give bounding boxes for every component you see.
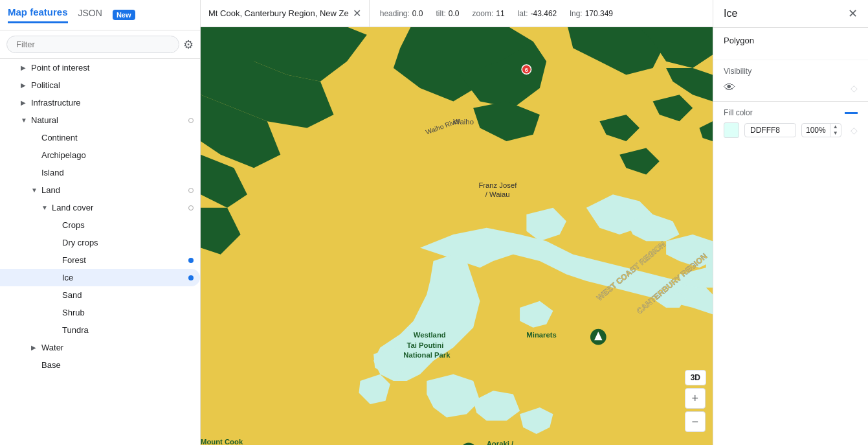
tree-item-label: Infrastructure	[31, 98, 194, 108]
svg-text:/ Waiau: / Waiau	[485, 190, 510, 198]
coord-tilt: tilt: 0.0	[436, 9, 460, 18]
tree-item-point-of-interest[interactable]: ▶ Point of interest	[0, 59, 200, 76]
status-dot	[188, 118, 194, 123]
coord-lng: lng: 170.349	[570, 9, 613, 18]
tree-item-infrastructure[interactable]: ▶ Infrastructure	[0, 94, 200, 111]
tree-item-label: Island	[41, 168, 194, 177]
svg-text:Westland: Westland	[414, 331, 446, 339]
left-panel: Map features JSON New ⚙ ▶ Point of inter…	[0, 0, 201, 445]
tree-item-land[interactable]: ▼ Land	[0, 181, 200, 199]
toggle-icon: ▶	[21, 64, 31, 71]
status-dot	[188, 258, 194, 263]
tree-item-tundra[interactable]: Tundra	[0, 321, 200, 339]
lng-value: 170.349	[585, 9, 613, 18]
location-tab[interactable]: Mt Cook, Canterbury Region, New Ze ✕	[201, 0, 370, 27]
filter-input[interactable]	[6, 36, 179, 53]
zoom-in-button[interactable]: +	[685, 388, 706, 409]
svg-text:Minarets: Minarets	[526, 331, 556, 339]
location-close-button[interactable]: ✕	[353, 7, 361, 19]
fill-color-section: Fill color 100% ▲ ▼ ◇	[713, 102, 868, 144]
tree-container: ▶ Point of interest ▶ Political ▶ Infras…	[0, 59, 200, 445]
tree-item-label: Forest	[62, 255, 188, 265]
tree-item-sand[interactable]: Sand	[0, 286, 200, 304]
gear-button[interactable]: ⚙	[183, 38, 194, 52]
svg-text:Tai Poutini: Tai Poutini	[406, 341, 443, 349]
heading-label: heading:	[380, 9, 410, 18]
tree-item-crops[interactable]: Crops	[0, 216, 200, 234]
visibility-eye-icon[interactable]: 👁	[724, 81, 735, 95]
toggle-icon: ▼	[21, 117, 31, 124]
opacity-down-button[interactable]: ▼	[830, 130, 841, 137]
lat-value: -43.462	[531, 9, 557, 18]
tree-item-label: Land	[41, 185, 188, 195]
color-swatch[interactable]	[724, 122, 739, 138]
tree-item-label: Land cover	[52, 203, 188, 212]
tab-json[interactable]: JSON	[78, 8, 102, 22]
filter-row: ⚙	[0, 30, 200, 59]
lat-label: lat:	[518, 9, 528, 18]
tree-item-label: Crops	[62, 220, 194, 230]
fill-color-controls: 100% ▲ ▼ ◇	[724, 122, 858, 138]
map-canvas[interactable]: Waiho Waiho River Franz Josef / Waiau We…	[201, 27, 713, 445]
right-panel: Ice ✕ Polygon Visibility 👁 ◇ Fill color …	[713, 0, 868, 445]
visibility-diamond-icon[interactable]: ◇	[851, 83, 858, 93]
tree-item-natural[interactable]: ▼ Natural	[0, 111, 200, 129]
svg-text:6: 6	[525, 67, 528, 73]
right-panel-close-button[interactable]: ✕	[848, 6, 858, 21]
tree-item-shrub[interactable]: Shrub	[0, 304, 200, 321]
toggle-icon: ▼	[31, 187, 41, 194]
hex-input[interactable]	[744, 123, 796, 137]
fill-diamond-icon[interactable]: ◇	[851, 125, 858, 135]
fill-color-line-icon	[845, 112, 858, 114]
polygon-label: Polygon	[724, 36, 858, 45]
tree-item-water[interactable]: ▶ Water	[0, 339, 200, 356]
tree-item-island[interactable]: Island	[0, 164, 200, 181]
tree-item-land-cover[interactable]: ▼ Land cover	[0, 199, 200, 216]
tree-item-label: Ice	[62, 273, 188, 282]
map-topbar: Mt Cook, Canterbury Region, New Ze ✕ hea…	[201, 0, 713, 27]
right-panel-title: Ice	[724, 8, 737, 19]
tree-item-dry-crops[interactable]: Dry crops	[0, 234, 200, 251]
tilt-value: 0.0	[449, 9, 460, 18]
svg-text:Aoraki /: Aoraki /	[487, 440, 514, 445]
map-visualization: Waiho Waiho River Franz Josef / Waiau We…	[201, 27, 713, 445]
map-area: Mt Cook, Canterbury Region, New Ze ✕ hea…	[201, 0, 713, 445]
tree-item-continent[interactable]: Continent	[0, 129, 200, 146]
opacity-value: 100%	[802, 124, 830, 137]
tree-item-archipelago[interactable]: Archipelago	[0, 146, 200, 164]
coord-zoom: zoom: 11	[473, 9, 505, 18]
tree-item-ice[interactable]: Ice	[0, 269, 200, 286]
tree-item-label: Dry crops	[62, 238, 194, 247]
fill-color-text: Fill color	[724, 108, 753, 117]
polygon-section: Polygon	[713, 28, 868, 60]
tree-item-label: Base	[41, 360, 194, 370]
tree-item-forest[interactable]: Forest	[0, 251, 200, 269]
tilt-label: tilt:	[436, 9, 446, 18]
tree-item-label: Tundra	[62, 325, 194, 335]
svg-text:National Park: National Park	[403, 351, 451, 359]
3d-button[interactable]: 3D	[685, 370, 706, 385]
svg-text:Franz Josef: Franz Josef	[478, 181, 517, 189]
opacity-up-button[interactable]: ▲	[830, 124, 841, 130]
location-label: Mt Cook, Canterbury Region, New Ze	[208, 8, 349, 18]
opacity-control: 100% ▲ ▼	[801, 123, 841, 137]
tree-item-political[interactable]: ▶ Political	[0, 76, 200, 94]
tree-item-label: Point of interest	[31, 63, 194, 73]
new-badge: New	[113, 10, 135, 20]
tree-item-label: Political	[31, 80, 194, 90]
lng-label: lng:	[570, 9, 582, 18]
status-dot	[188, 275, 194, 280]
tree-item-base[interactable]: Base	[0, 356, 200, 374]
tree-item-label: Shrub	[62, 308, 194, 317]
toggle-icon: ▼	[41, 204, 52, 211]
visibility-section: Visibility 👁 ◇	[713, 60, 868, 101]
status-dot	[188, 205, 194, 211]
visibility-row: 👁 ◇	[724, 81, 858, 95]
tab-map-features[interactable]: Map features	[8, 6, 68, 23]
toggle-icon: ▶	[31, 344, 41, 351]
tree-item-label: Natural	[31, 115, 188, 125]
toggle-icon: ▶	[21, 99, 31, 106]
toggle-icon: ▶	[21, 82, 31, 89]
zoom-out-button[interactable]: −	[685, 411, 706, 432]
right-panel-header: Ice ✕	[713, 0, 868, 28]
